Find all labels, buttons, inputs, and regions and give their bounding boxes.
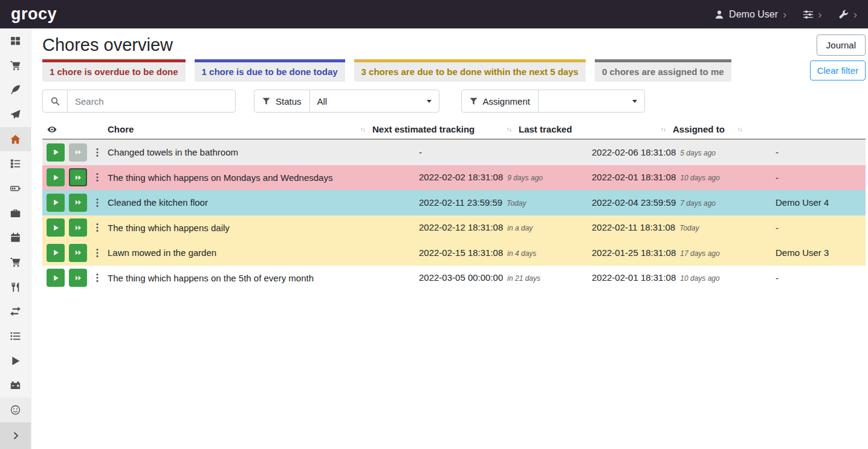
next-estimated-tracking-cell: 2022-02-15 18:31:08in 4 days [419, 247, 592, 258]
play-icon [53, 249, 59, 256]
sidebar-item-inventory[interactable] [0, 324, 31, 349]
column-header-last-label: Last tracked [519, 124, 572, 134]
filter-row: Status All Assignment [42, 90, 866, 113]
sidebar-item-equipment[interactable] [0, 201, 31, 226]
assigned-to: - [776, 172, 866, 183]
play-icon [53, 275, 59, 281]
sidebar-item-shopping-list[interactable] [0, 53, 31, 78]
assignment-filter-label: Assignment [483, 96, 530, 107]
assigned-to: Demo User 4 [776, 197, 866, 208]
sidebar-item-consume[interactable] [0, 275, 31, 300]
next-tracking-date: 2022-02-02 18:31:08 [419, 172, 503, 182]
track-chore-execution-button[interactable] [47, 269, 65, 287]
last-tracked-cell: 2022-02-04 23:59:597 days ago [592, 197, 776, 208]
utensils-icon [10, 282, 21, 292]
chore-row: The thing which happens on Mondays and W… [42, 165, 866, 191]
person-icon [714, 10, 724, 19]
kebab-vertical-icon [96, 148, 99, 157]
sidebar-item-stock-overview[interactable] [0, 28, 31, 53]
sidebar-item-purchase[interactable] [0, 250, 31, 275]
last-tracked-cell: 2022-02-01 18:31:0810 days ago [592, 172, 776, 183]
app-logo[interactable]: grocy [11, 6, 57, 22]
fast-forward-icon [75, 224, 82, 231]
chevron-right-icon: › [783, 8, 786, 20]
assignment-filter-prepend: Assignment [461, 90, 539, 113]
main-content: Chores overview Journal 1 chore is overd… [31, 28, 868, 449]
sort-icon: ↑↓ [507, 126, 511, 133]
status-select[interactable]: All [309, 90, 439, 113]
chore-name: The thing which happens on Mondays and W… [108, 172, 419, 183]
skip-chore-execution-button[interactable] [69, 194, 87, 212]
column-header-chore[interactable]: Chore ↑↓ [108, 120, 372, 139]
admin-menu[interactable]: › [839, 8, 857, 20]
sidebar-item-recipes[interactable] [0, 77, 31, 102]
next-estimated-tracking-cell: 2022-02-12 18:31:08in a day [419, 222, 592, 233]
track-chore-execution-button[interactable] [47, 168, 65, 186]
track-chore-execution-button[interactable] [47, 194, 65, 212]
status-filter-card-3[interactable]: 0 chores are assigned to me [595, 59, 731, 82]
filter-icon [262, 97, 270, 105]
clear-filter-button[interactable]: Clear filter [810, 61, 866, 80]
column-header-assigned-to[interactable]: Assigned to ↑↓ [673, 120, 750, 139]
kebab-vertical-icon [96, 172, 99, 182]
row-menu-button[interactable] [96, 223, 99, 232]
skip-chore-execution-button[interactable] [69, 269, 87, 287]
row-menu-button[interactable] [96, 148, 99, 157]
skip-chore-execution-button[interactable] [69, 143, 87, 162]
sidebar-item-transfer[interactable] [0, 300, 31, 324]
fast-forward-icon [75, 249, 82, 256]
wrench-icon [839, 10, 849, 19]
chore-row: The thing which happens on the 5th of ev… [42, 266, 866, 291]
chevron-down-icon [632, 100, 637, 103]
column-header-next-estimated-tracking[interactable]: Next estimated tracking ↑↓ [372, 120, 519, 139]
column-header-visibility [42, 120, 108, 139]
chevron-right-icon: › [818, 8, 821, 20]
last-tracked-relative: Today [679, 224, 699, 232]
assignment-select[interactable] [538, 90, 645, 113]
sidebar-item-tasks[interactable] [0, 151, 31, 176]
skip-chore-execution-button[interactable] [69, 244, 87, 262]
sort-icon: ↑↓ [360, 126, 365, 133]
track-chore-execution-button[interactable] [47, 244, 65, 262]
track-chore-execution-button[interactable] [47, 218, 65, 237]
row-controls [42, 218, 108, 237]
feather-icon [10, 85, 21, 95]
next-estimated-tracking-cell: 2022-02-02 18:31:089 days ago [419, 172, 592, 183]
journal-button[interactable]: Journal [817, 34, 866, 56]
skip-chore-execution-button[interactable] [69, 218, 87, 237]
next-tracking-relative: 9 days ago [507, 174, 543, 182]
sidebar-expand-toggle[interactable] [0, 422, 31, 449]
sidebar-item-calendar[interactable] [0, 226, 31, 251]
search-icon [42, 90, 68, 113]
skip-chore-execution-button[interactable] [69, 168, 87, 186]
last-tracked-relative: 10 days ago [680, 274, 719, 283]
chore-row: Lawn mowed in the garden2022-02-15 18:31… [42, 240, 866, 266]
sidebar-item-extras[interactable] [0, 398, 31, 422]
sidebar-item-chores-overview[interactable] [0, 127, 31, 152]
status-row: 1 chore is overdue to be done1 chore is … [42, 59, 866, 82]
search-input[interactable] [67, 90, 236, 113]
row-menu-button[interactable] [96, 172, 99, 182]
user-menu[interactable]: Demo User› [714, 8, 786, 20]
track-chore-execution-button[interactable] [47, 143, 65, 162]
chore-name: The thing which happens daily [108, 223, 419, 233]
column-header-last-tracked[interactable]: Last tracked ↑↓ [519, 120, 673, 139]
calendar-icon [10, 232, 21, 243]
last-tracked-relative: 7 days ago [680, 199, 716, 208]
row-menu-button[interactable] [96, 248, 99, 258]
sidebar-item-battery-tracking[interactable] [0, 373, 31, 398]
transfer-arrows-icon [10, 306, 21, 316]
status-filter-card-2[interactable]: 3 chores are due to be done within the n… [354, 59, 586, 82]
status-filter-card-1[interactable]: 1 chore is due to be done today [195, 59, 345, 82]
row-controls [42, 244, 108, 262]
sidebar-item-batteries-overview[interactable] [0, 176, 31, 201]
settings-menu[interactable]: › [803, 8, 821, 20]
eye-icon[interactable] [47, 125, 57, 134]
sidebar-item-chore-tracking[interactable] [0, 349, 31, 373]
row-menu-button[interactable] [96, 198, 99, 208]
sidebar-item-meal-plan[interactable] [0, 102, 31, 127]
page-header: Chores overview Journal [42, 34, 866, 56]
row-menu-button[interactable] [96, 273, 99, 283]
status-filter-card-0[interactable]: 1 chore is overdue to be done [42, 59, 186, 82]
paper-plane-icon [10, 110, 21, 120]
